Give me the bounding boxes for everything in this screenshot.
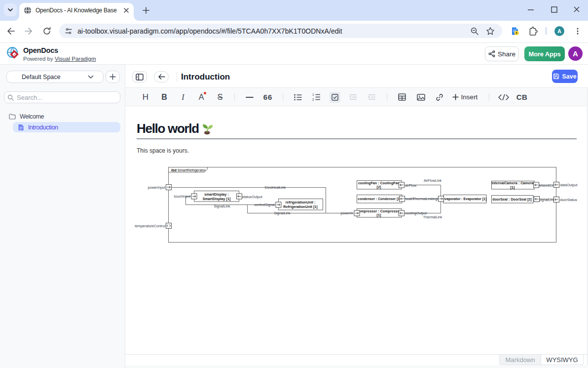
svg-text:coolingOutput: coolingOutput — [405, 211, 427, 215]
svg-text:AirFlowLink: AirFlowLink — [424, 179, 442, 182]
svg-text:dataOutput: dataOutput — [560, 183, 578, 187]
svg-text:ThermalLink: ThermalLink — [413, 197, 433, 201]
svg-text:NetworkLink: NetworkLink — [537, 184, 556, 187]
svg-text:airFlow: airFlow — [405, 183, 417, 188]
svg-text:temperatureControl: temperatureControl — [135, 224, 165, 228]
svg-text:ThermalLink: ThermalLink — [423, 215, 442, 219]
svg-text:doorStatus: doorStatus — [560, 198, 577, 202]
svg-text:doorSeal : DoorSeal [2]: doorSeal : DoorSeal [2] — [492, 197, 531, 202]
svg-text:evaporator : Evaporator [1]: evaporator : Evaporator [1] — [443, 197, 486, 201]
svg-text:powerInput: powerInput — [147, 185, 165, 190]
svg-text:ElectricalLink: ElectricalLink — [265, 185, 286, 190]
svg-text:RefrigerationUnit [1]: RefrigerationUnit [1] — [283, 204, 317, 209]
svg-text:SignalLink: SignalLink — [539, 198, 555, 202]
svg-text:SignalLink: SignalLink — [274, 211, 291, 215]
svg-text:touchInput: touchInput — [174, 194, 190, 199]
svg-text:refrigerationUnit :: refrigerationUnit : — [286, 200, 316, 204]
svg-text:[1]: [1] — [511, 185, 515, 190]
svg-text:SignalLink: SignalLink — [214, 204, 230, 208]
svg-text:smartDisplay :: smartDisplay : — [204, 192, 229, 197]
svg-text:powerIn: powerIn — [340, 211, 353, 215]
svg-text:ibd SmartRefrigerator: ibd SmartRefrigerator — [171, 168, 206, 172]
svg-text:[2]: [2] — [377, 185, 381, 189]
svg-text:condenser : Condenser [1]: condenser : Condenser [1] — [358, 197, 401, 201]
svg-text:statusOutput: statusOutput — [242, 195, 262, 199]
svg-text:SmartDisplay [1]: SmartDisplay [1] — [203, 197, 231, 201]
svg-text:controlSignal: controlSignal — [254, 203, 275, 207]
svg-text:[1]: [1] — [377, 213, 381, 217]
